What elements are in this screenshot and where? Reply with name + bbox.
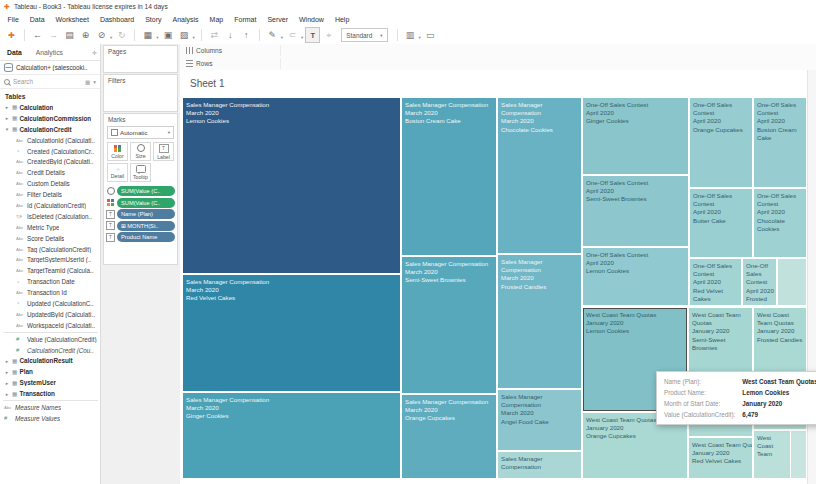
detail-button[interactable]: ⁘Detail: [107, 163, 128, 182]
treemap-cell-smc-semi-sweet-brownies[interactable]: Sales Manager CompensationMarch 2020Semi…: [402, 257, 496, 393]
treemap-cell-oneoff-semi-sweet-brownies[interactable]: One-Off Sales ContestApril 2020Semi-Swee…: [583, 176, 688, 246]
field-systemuser[interactable]: ▸▦SystemUser: [0, 377, 100, 388]
field-transaction-id[interactable]: AbcTransaction Id: [0, 287, 100, 298]
field-custom-details[interactable]: AbcCustom Details: [0, 178, 100, 189]
treemap-cell-smc-red-velvet-cakes[interactable]: Sales Manager CompensationMarch 2020Red …: [183, 275, 400, 391]
treemap-cell-wct-red-velvet-cakes[interactable]: West Coast Team QuotasJanuary 2020Red Ve…: [689, 438, 752, 478]
pill-sum-value-c[interactable]: SUM(Value (C..: [117, 186, 175, 196]
new-worksheet-icon[interactable]: ▦: [140, 27, 155, 43]
menu-window[interactable]: Window: [294, 16, 330, 23]
treemap-cell-oneoff-blank[interactable]: [778, 259, 806, 305]
new-data-source-icon[interactable]: ⊕: [78, 27, 93, 43]
field-targetteamid-calcula[interactable]: AbcTargetTeamId (Calcula..: [0, 265, 100, 276]
filters-card[interactable]: Filters: [103, 74, 178, 112]
field-credit-details[interactable]: AbcCredit Details: [0, 167, 100, 178]
treemap-cell-oneoff-ginger-cookies[interactable]: One-Off Sales ContestApril 2020Ginger Co…: [583, 98, 688, 174]
field-measure-values[interactable]: #Measure Values: [0, 413, 100, 424]
mark-type-dropdown[interactable]: Automatic ▾: [107, 126, 174, 139]
field-measure-names[interactable]: AbcMeasure Names: [0, 402, 100, 413]
menu-help[interactable]: Help: [329, 16, 354, 23]
expand-arrow-icon[interactable]: ▸: [4, 104, 10, 110]
back-icon[interactable]: ←: [30, 27, 45, 43]
menu-worksheet[interactable]: Worksheet: [50, 16, 94, 23]
pill-product-name[interactable]: Product Name: [117, 232, 175, 242]
field-targetsystemuserid[interactable]: AbcTargetSystemUserId (..: [0, 254, 100, 265]
field-calculationresult[interactable]: ▸▦CalculationResult: [0, 355, 100, 366]
highlight-icon[interactable]: ✎: [265, 27, 280, 43]
color-button[interactable]: Color: [107, 142, 128, 161]
field-created-calculationcr[interactable]: ◔Created (CalculationCr..: [0, 146, 100, 157]
treemap-cell-smc-chocolate-cookies[interactable]: Sales ManagerCompensationMarch 2020Choco…: [498, 98, 581, 253]
menu-data[interactable]: Data: [24, 16, 50, 23]
pill-sum-value-c[interactable]: SUM(Value (C..: [117, 198, 175, 208]
show-mark-labels-icon[interactable]: T: [305, 27, 320, 43]
field-updated-calculationc[interactable]: ◔Updated (CalculationC..: [0, 298, 100, 309]
expand-arrow-icon[interactable]: ▸: [4, 115, 10, 121]
treemap-cell-smc-truncated[interactable]: Sales ManagerCompensation: [498, 452, 581, 478]
expand-arrow-icon[interactable]: ▾: [4, 126, 10, 132]
treemap-cell-oneoff-orange-cupcakes[interactable]: One-Off SalesContestApril 2020Orange Cup…: [690, 98, 752, 187]
tab-data[interactable]: Data: [0, 44, 29, 60]
expand-arrow-icon[interactable]: ▸: [4, 380, 10, 386]
pause-auto-updates-icon[interactable]: ⊘: [94, 27, 109, 43]
field-calculationid-calculati[interactable]: AbcCalculationId (Calculati..: [0, 135, 100, 146]
label-button[interactable]: TLabel: [153, 142, 174, 161]
presentation-mode-icon[interactable]: ▭: [423, 27, 438, 43]
chevron-down-icon[interactable]: ▾: [93, 79, 96, 85]
pages-card[interactable]: Pages: [103, 45, 178, 73]
treemap-cell-oneoff-butter-cake[interactable]: One-Off SalesContestApril 2020Butter Cak…: [690, 189, 752, 257]
swap-rows-columns-icon[interactable]: ⇄: [207, 27, 222, 43]
field-id-calculationcredit[interactable]: AbcId (CalculationCredit): [0, 200, 100, 211]
treemap-cell-oneoff-chocolate-cookies[interactable]: One-Off SalesContestApril 2020ChocolateC…: [754, 189, 806, 257]
treemap-cell-smc-lemon-cookies[interactable]: Sales Manager CompensationMarch 2020Lemo…: [183, 98, 400, 273]
menu-file[interactable]: File: [2, 16, 24, 23]
field-calculationcommission[interactable]: ▸▦CalculationCommission: [0, 113, 100, 124]
treemap-cell-oneoff-lemon-cookies[interactable]: One-Off Sales ContestApril 2020Lemon Coo…: [583, 248, 688, 305]
treemap-cell-smc-frosted-candies[interactable]: Sales ManagerCompensationMarch 2020Frost…: [498, 255, 581, 388]
field-workspaceid-calculati[interactable]: AbcWorkspaceId (Calculati..: [0, 320, 100, 331]
pin-icon[interactable]: ✛: [92, 49, 97, 56]
treemap-cell-smc-ginger-cookies[interactable]: Sales Manager CompensationMarch 2020Ging…: [183, 393, 400, 478]
field-tag-calculationcredit[interactable]: AbcTag (CalculationCredit): [0, 244, 100, 255]
treemap-cell-oneoff-frosted[interactable]: One-OffSalesContestApril 2020Frosted: [743, 259, 776, 305]
pill-name-plan[interactable]: Name (Plan): [117, 209, 175, 219]
search-input[interactable]: Search ▦ ▾: [0, 74, 100, 89]
size-button[interactable]: Size: [130, 142, 151, 161]
field-score-details[interactable]: AbcScore Details: [0, 233, 100, 244]
treemap-cell-smc-boston-cream-cake[interactable]: Sales Manager CompensationMarch 2020Bost…: [402, 98, 496, 255]
field-isdeleted-calculation[interactable]: T|FIsDeleted (Calculation..: [0, 211, 100, 222]
columns-shelf[interactable]: Columns: [180, 44, 816, 58]
sort-descending-icon[interactable]: ↑: [239, 27, 254, 43]
field-metric-type[interactable]: AbcMetric Type: [0, 222, 100, 233]
sort-ascending-icon[interactable]: ↓: [223, 27, 238, 43]
treemap-cell-wct-west-coast-team[interactable]: WestCoastTeam: [754, 431, 790, 478]
tableau-logo-icon[interactable]: ✚: [4, 27, 19, 43]
save-icon[interactable]: ▤: [62, 27, 77, 43]
field-calculationcredit-cou[interactable]: #CalculationCredit (Cou..: [0, 345, 100, 356]
menu-format[interactable]: Format: [229, 16, 262, 23]
field-createdbyid-calculati[interactable]: AbcCreatedById (Calculati..: [0, 156, 100, 167]
pill-month-st[interactable]: ⊞ MONTH(St..: [117, 221, 175, 231]
treemap-cell-wct-blank[interactable]: [791, 431, 806, 478]
field-transaction[interactable]: ▸▦Transaction: [0, 388, 100, 399]
treemap-cell-oneoff-red-velvet-cakes[interactable]: One-Off SalesContestApril 2020Red Velvet…: [690, 259, 741, 305]
field-updatedbyid-calculati[interactable]: AbcUpdatedById (Calculati..: [0, 309, 100, 320]
run-auto-updates-icon[interactable]: ↻: [114, 27, 129, 43]
menu-map[interactable]: Map: [204, 16, 229, 23]
show-hide-cards-icon[interactable]: ▥: [403, 27, 418, 43]
treemap-cell-oneoff-boston-cream-cake[interactable]: One-Off SalesContestApril 2020Boston Cre…: [754, 98, 806, 187]
expand-arrow-icon[interactable]: ▸: [4, 358, 10, 364]
field-filter-details[interactable]: AbcFilter Details: [0, 189, 100, 200]
expand-arrow-icon[interactable]: ▸: [4, 391, 10, 397]
view-as-grid-icon[interactable]: ▦: [85, 79, 90, 85]
duplicate-icon[interactable]: ▣: [161, 27, 176, 43]
menu-dashboard[interactable]: Dashboard: [94, 16, 139, 23]
fit-selector[interactable]: Standard▾: [341, 28, 387, 42]
rows-shelf[interactable]: Rows: [180, 57, 816, 71]
menu-analysis[interactable]: Analysis: [167, 16, 204, 23]
tab-analytics[interactable]: Analytics: [29, 44, 70, 60]
fix-axes-icon[interactable]: ⌖: [321, 27, 336, 43]
data-source-connection[interactable]: Calculation+ (salescooki..: [0, 61, 100, 74]
field-transaction-date[interactable]: ◔Transaction Date: [0, 276, 100, 287]
group-members-icon[interactable]: ⊂: [285, 27, 300, 43]
